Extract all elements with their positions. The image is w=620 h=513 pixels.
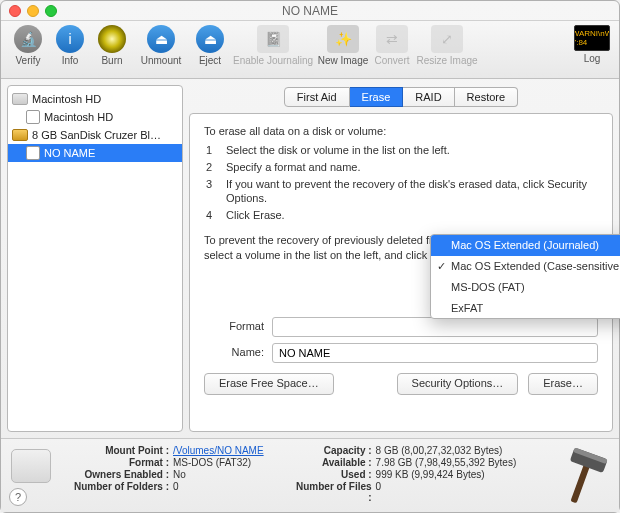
toolbar-convert: ⇄ Convert — [371, 25, 413, 66]
toolbar-info[interactable]: i Info — [49, 25, 91, 66]
convert-icon: ⇄ — [376, 25, 408, 53]
tab-bar: First Aid Erase RAID Restore — [189, 87, 613, 107]
help-button[interactable]: ? — [9, 488, 27, 506]
volume-icon — [26, 110, 40, 124]
unmount-icon: ⏏ — [147, 25, 175, 53]
format-option-case-sensitive[interactable]: Mac OS Extended (Case-sensitive, Journal… — [431, 256, 620, 277]
burn-icon — [98, 25, 126, 53]
format-option-msdos[interactable]: MS-DOS (FAT) — [431, 277, 620, 298]
format-label: Format — [204, 319, 264, 334]
toolbar-log[interactable]: WARNI\nW 7:84 Log — [571, 25, 613, 64]
tab-erase[interactable]: Erase — [350, 87, 404, 107]
volume-icon — [26, 146, 40, 160]
sidebar[interactable]: Macintosh HD Macintosh HD 8 GB SanDisk C… — [7, 85, 183, 432]
new-image-icon: ✨ — [327, 25, 359, 53]
internal-disk-icon — [12, 93, 28, 105]
toolbar-burn[interactable]: Burn — [91, 25, 133, 66]
erase-button[interactable]: Erase… — [528, 373, 598, 395]
name-input[interactable] — [272, 343, 598, 363]
toolbar-resize-image: ⤢ Resize Image — [413, 25, 481, 66]
sidebar-volume-macintosh-hd[interactable]: Macintosh HD — [8, 108, 182, 126]
toolbar: 🔬 Verify i Info Burn ⏏ Unmount ⏏ Eject 📓 — [1, 21, 619, 79]
button-row: Erase Free Space… Security Options… Eras… — [204, 363, 598, 395]
microscope-icon: 🔬 — [14, 25, 42, 53]
intro-text: To erase all data on a disk or volume: — [204, 124, 598, 139]
format-option-exfat[interactable]: ExFAT — [431, 298, 620, 319]
external-disk-icon — [12, 129, 28, 141]
toolbar-verify[interactable]: 🔬 Verify — [7, 25, 49, 66]
main-panel: First Aid Erase RAID Restore To erase al… — [189, 85, 613, 432]
tab-raid[interactable]: RAID — [403, 87, 454, 107]
sidebar-disk-macintosh-hd[interactable]: Macintosh HD — [8, 90, 182, 108]
toolbar-enable-journaling: 📓 Enable Journaling — [231, 25, 315, 66]
erase-free-space-button[interactable]: Erase Free Space… — [204, 373, 334, 395]
journaling-icon: 📓 — [257, 25, 289, 53]
toolbar-eject[interactable]: ⏏ Eject — [189, 25, 231, 66]
log-icon: WARNI\nW 7:84 — [574, 25, 610, 51]
name-label: Name: — [204, 345, 264, 360]
info-icon: i — [56, 25, 84, 53]
sidebar-disk-sandisk[interactable]: 8 GB SanDisk Cruzer Bl… — [8, 126, 182, 144]
resize-icon: ⤢ — [431, 25, 463, 53]
security-options-button[interactable]: Security Options… — [397, 373, 519, 395]
format-option-journaled[interactable]: Mac OS Extended (Journaled) — [431, 235, 620, 256]
window-title: NO NAME — [1, 4, 619, 18]
mount-point-link[interactable]: /Volumes/NO NAME — [173, 445, 264, 456]
toolbar-unmount[interactable]: ⏏ Unmount — [133, 25, 189, 66]
titlebar: NO NAME — [1, 1, 619, 21]
footer: Mount Point :/Volumes/NO NAME Format :MS… — [1, 438, 619, 512]
tab-first-aid[interactable]: First Aid — [284, 87, 350, 107]
disk-utility-window: NO NAME 🔬 Verify i Info Burn ⏏ Unmount ⏏… — [0, 0, 620, 513]
format-dropdown: Mac OS Extended (Journaled) Mac OS Exten… — [430, 234, 620, 319]
body: Macintosh HD Macintosh HD 8 GB SanDisk C… — [1, 79, 619, 438]
eject-icon: ⏏ — [196, 25, 224, 53]
toolbar-new-image[interactable]: ✨ New Image — [315, 25, 371, 66]
format-select[interactable] — [272, 317, 598, 337]
erase-panel: To erase all data on a disk or volume: 1… — [189, 113, 613, 432]
tab-restore[interactable]: Restore — [455, 87, 519, 107]
sidebar-volume-no-name[interactable]: NO NAME — [8, 144, 182, 162]
footer-disk-icon — [11, 449, 51, 483]
